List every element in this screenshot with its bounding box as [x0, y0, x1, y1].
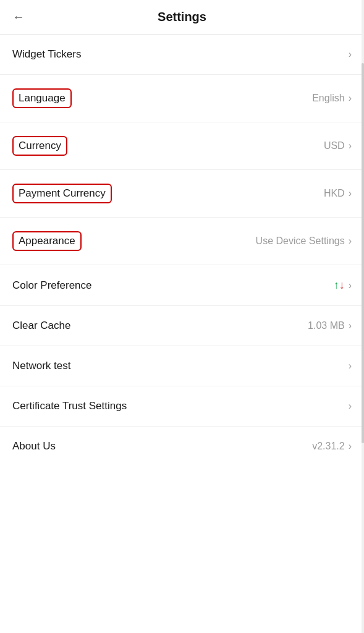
color-preference-arrows: ↑↓ [334, 279, 345, 292]
item-label-widget-tickers: Widget Tickers [12, 48, 81, 61]
settings-item-clear-cache[interactable]: Clear Cache1.03 MB› [0, 306, 364, 346]
item-label-about-us: About Us [12, 440, 56, 452]
item-label-network-test: Network test [12, 360, 70, 372]
arrow-down-icon: ↓ [339, 279, 345, 292]
page-title: Settings [158, 10, 206, 24]
settings-item-currency[interactable]: CurrencyUSD› [0, 122, 364, 170]
item-value-language: English [312, 93, 344, 104]
settings-item-widget-tickers[interactable]: Widget Tickers› [0, 35, 364, 75]
item-label-language: Language [12, 88, 72, 108]
chevron-right-icon: › [349, 401, 352, 412]
item-label-certificate-trust-settings: Certificate Trust Settings [12, 400, 127, 412]
item-label-color-preference: Color Preference [12, 279, 92, 292]
item-label-currency: Currency [12, 136, 67, 156]
chevron-right-icon: › [349, 140, 352, 151]
settings-item-language[interactable]: LanguageEnglish› [0, 75, 364, 122]
settings-item-about-us[interactable]: About Usv2.31.2› [0, 427, 364, 466]
item-value-currency: USD [324, 140, 345, 151]
item-value-about-us: v2.31.2 [312, 441, 344, 452]
chevron-right-icon: › [349, 360, 352, 372]
chevron-right-icon: › [349, 93, 352, 104]
settings-page: ← Settings Widget Tickers›LanguageEnglis… [0, 0, 364, 633]
item-value-appearance: Use Device Settings [256, 236, 345, 247]
chevron-right-icon: › [349, 280, 352, 291]
chevron-right-icon: › [349, 441, 352, 452]
item-value-payment-currency: HKD [324, 188, 345, 199]
arrow-up-icon: ↑ [334, 279, 339, 292]
chevron-right-icon: › [349, 49, 352, 60]
back-icon: ← [12, 10, 25, 24]
scrollbar-track [362, 0, 364, 633]
settings-list: Widget Tickers›LanguageEnglish›CurrencyU… [0, 35, 364, 466]
settings-item-certificate-trust-settings[interactable]: Certificate Trust Settings› [0, 386, 364, 427]
settings-item-appearance[interactable]: AppearanceUse Device Settings› [0, 218, 364, 265]
back-button[interactable]: ← [12, 10, 25, 24]
settings-item-color-preference[interactable]: Color Preference↑↓› [0, 265, 364, 306]
header: ← Settings [0, 0, 364, 35]
chevron-right-icon: › [349, 188, 352, 199]
chevron-right-icon: › [349, 320, 352, 331]
settings-item-payment-currency[interactable]: Payment CurrencyHKD› [0, 170, 364, 218]
scrollbar-thumb [362, 63, 364, 443]
chevron-right-icon: › [349, 236, 352, 247]
settings-item-network-test[interactable]: Network test› [0, 346, 364, 386]
item-value-clear-cache: 1.03 MB [308, 320, 345, 331]
item-label-clear-cache: Clear Cache [12, 320, 71, 332]
item-label-payment-currency: Payment Currency [12, 184, 112, 203]
item-label-appearance: Appearance [12, 231, 82, 251]
